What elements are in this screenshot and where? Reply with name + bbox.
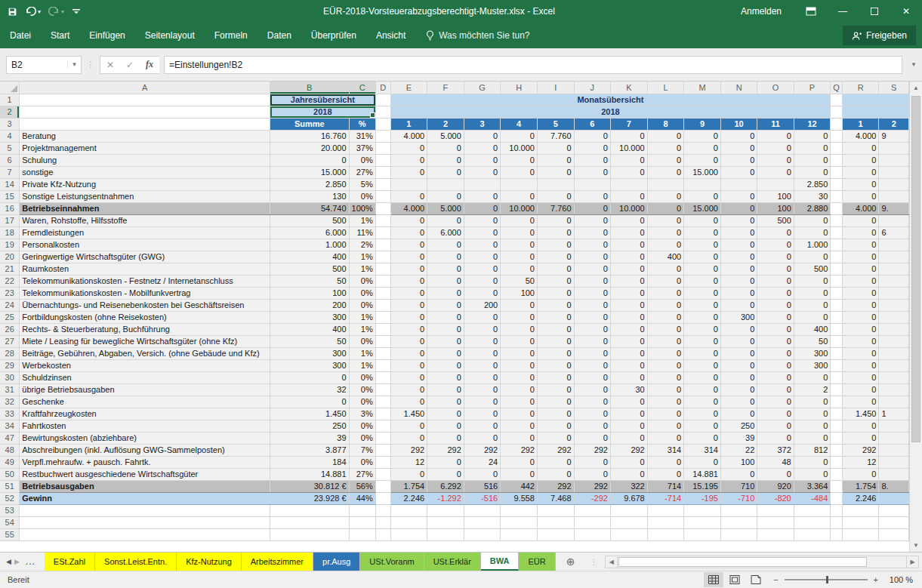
month-7-row-21[interactable]: 0 [610, 263, 647, 275]
month-5-row-23[interactable]: 0 [537, 287, 574, 299]
month-5-row-49[interactable]: 0 [537, 456, 574, 468]
month-column-header-3[interactable]: 3 [464, 118, 500, 130]
cell-D14[interactable] [375, 178, 390, 190]
cell-D50[interactable] [375, 468, 390, 480]
month-6-row-34[interactable]: 0 [574, 420, 610, 432]
pct-26[interactable]: 1% [349, 323, 375, 335]
cum-1-row-48[interactable]: 292 [842, 444, 879, 456]
month-10-row-31[interactable]: 0 [720, 383, 757, 396]
month-12-row-14[interactable]: 2.850 [794, 178, 831, 190]
sum-50[interactable]: 14.881 [270, 468, 349, 480]
month-2-row-22[interactable]: 0 [427, 275, 464, 287]
month-3-row-15[interactable]: 0 [464, 190, 500, 202]
tab-scroll-splitter[interactable]: ⋮ [585, 558, 602, 566]
month-7-row-31[interactable]: 30 [610, 383, 647, 396]
percent-column-header[interactable]: % [349, 118, 375, 130]
month-4-row-17[interactable]: 0 [501, 214, 538, 226]
pct-4[interactable]: 31% [349, 130, 375, 142]
month-9-row-48[interactable]: 314 [684, 444, 721, 456]
pct-51[interactable]: 56% [349, 480, 375, 492]
month-2-row-31[interactable]: 0 [427, 383, 464, 396]
cell-Q22[interactable] [831, 275, 843, 287]
empty-cell-row-55[interactable] [390, 528, 427, 540]
enter-icon[interactable]: ✓ [120, 60, 140, 70]
month-11-row-50[interactable]: 0 [757, 468, 794, 480]
cum-2-row-49[interactable] [879, 456, 909, 468]
empty-cell-row-54[interactable] [610, 516, 647, 528]
cum-1-row-24[interactable]: 0 [842, 299, 879, 311]
save-icon[interactable] [8, 7, 17, 17]
month-7-row-32[interactable]: 0 [610, 396, 647, 408]
row-header-19[interactable]: 19 [0, 239, 20, 251]
vertical-scroll-track[interactable] [910, 94, 922, 539]
empty-cell-row-55[interactable] [537, 528, 574, 540]
month-5-row-15[interactable]: 0 [537, 190, 574, 202]
month-12-row-50[interactable]: 0 [794, 468, 831, 480]
cum-overview-year[interactable] [842, 106, 908, 118]
sum-14[interactable]: 2.850 [270, 178, 349, 190]
cum-1-row-31[interactable]: 0 [842, 383, 879, 396]
month-column-header-12[interactable]: 12 [794, 118, 831, 130]
cell-D20[interactable] [375, 251, 390, 263]
month-6-row-24[interactable]: 0 [574, 299, 610, 311]
month-1-row-27[interactable]: 0 [390, 335, 427, 347]
month-4-row-15[interactable]: 0 [501, 190, 538, 202]
month-5-row-28[interactable]: 0 [537, 347, 574, 359]
cum-2-row-47[interactable] [879, 432, 909, 444]
sheet-nav-left-icon[interactable]: ◀ [6, 558, 11, 565]
cum-2-row-21[interactable] [879, 263, 909, 275]
column-header-E[interactable]: E [390, 82, 427, 94]
month-8-row-17[interactable]: 0 [647, 214, 683, 226]
cum-1-row-20[interactable]: 0 [842, 251, 879, 263]
pct-28[interactable]: 1% [349, 347, 375, 359]
row-label-49[interactable]: Verpfl.mehraufw. + pausch. Fahrtk. [20, 456, 270, 468]
row-header-48[interactable]: 48 [0, 444, 20, 456]
row-header-34[interactable]: 34 [0, 420, 20, 432]
sheet-tab-pr-ausg[interactable]: pr.Ausg [313, 553, 360, 571]
cell-D52[interactable] [375, 492, 390, 504]
sum-32[interactable]: 0 [270, 396, 349, 408]
month-10-row-19[interactable]: 0 [720, 239, 757, 251]
month-8-row-19[interactable]: 0 [647, 239, 683, 251]
sum-15[interactable]: 130 [270, 190, 349, 202]
month-2-row-30[interactable]: 0 [427, 371, 464, 383]
horizontal-scroll-track[interactable] [618, 556, 906, 568]
cum-1-row-19[interactable]: 0 [842, 239, 879, 251]
month-1-row-29[interactable]: 0 [390, 359, 427, 371]
cum-1-row-28[interactable]: 0 [842, 347, 879, 359]
empty-cell-row-53[interactable] [537, 504, 574, 516]
month-7-row-48[interactable]: 292 [610, 444, 647, 456]
pct-47[interactable]: 0% [349, 432, 375, 444]
month-2-row-50[interactable]: 0 [427, 468, 464, 480]
month-9-row-23[interactable]: 0 [684, 287, 721, 299]
month-6-row-23[interactable]: 0 [574, 287, 610, 299]
month-4-row-19[interactable]: 0 [501, 239, 538, 251]
month-3-row-47[interactable]: 0 [464, 432, 500, 444]
cell-Q18[interactable] [831, 226, 843, 239]
month-2-row-20[interactable]: 0 [427, 251, 464, 263]
month-11-row-19[interactable]: 0 [757, 239, 794, 251]
month-4-row-18[interactable]: 0 [501, 226, 538, 239]
month-3-row-25[interactable]: 0 [464, 311, 500, 323]
cum-2-row-52[interactable] [879, 492, 909, 504]
row-label-23[interactable]: Telekommunikationskosten - Mobilfunkvert… [20, 287, 270, 299]
month-4-row-16[interactable]: 10.000 [501, 202, 538, 214]
month-5-row-34[interactable]: 0 [537, 420, 574, 432]
pct-21[interactable]: 1% [349, 263, 375, 275]
month-9-row-33[interactable]: 0 [684, 408, 721, 420]
month-2-row-27[interactable]: 0 [427, 335, 464, 347]
row-label-4[interactable]: Beratung [20, 130, 270, 142]
month-1-row-22[interactable]: 0 [390, 275, 427, 287]
cum-1-row-29[interactable]: 0 [842, 359, 879, 371]
month-1-row-23[interactable]: 0 [390, 287, 427, 299]
sum-20[interactable]: 400 [270, 251, 349, 263]
row-header-25[interactable]: 25 [0, 311, 20, 323]
scroll-down-icon[interactable]: ▼ [910, 539, 922, 552]
cum-1-row-32[interactable]: 0 [842, 396, 879, 408]
month-1-row-48[interactable]: 292 [390, 444, 427, 456]
month-9-row-51[interactable]: 15.195 [684, 480, 721, 492]
pct-48[interactable]: 7% [349, 444, 375, 456]
month-10-row-20[interactable]: 0 [720, 251, 757, 263]
row-label-24[interactable]: Übernachtungs- und Reisenebenkosten bei … [20, 299, 270, 311]
month-5-row-47[interactable]: 0 [537, 432, 574, 444]
